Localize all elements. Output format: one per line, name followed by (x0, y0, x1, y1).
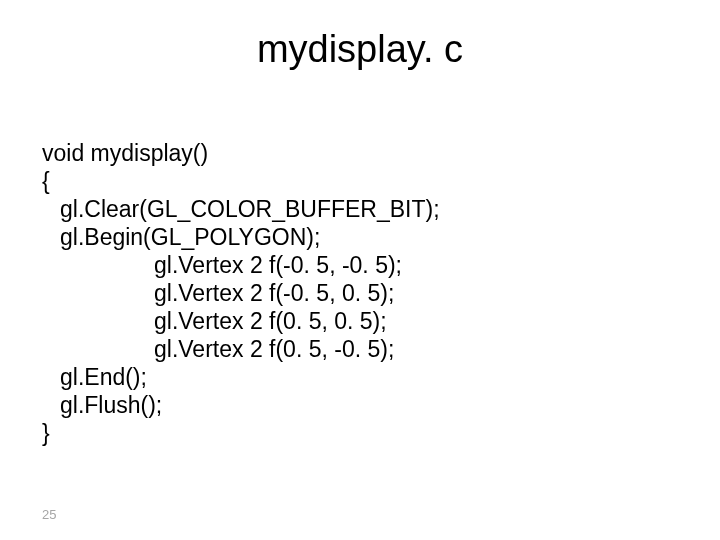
page-number: 25 (42, 507, 56, 522)
code-line-vertex-3: gl.Vertex 2 f(0. 5, 0. 5); (42, 307, 720, 335)
code-line-vertex-2: gl.Vertex 2 f(-0. 5, 0. 5); (42, 279, 720, 307)
code-line-open-brace: { (42, 167, 720, 195)
code-line-glclear: gl.Clear(GL_COLOR_BUFFER_BIT); (42, 195, 720, 223)
code-line-glflush: gl.Flush(); (42, 391, 720, 419)
code-line-func-decl: void mydisplay() (42, 139, 720, 167)
slide-title: mydisplay. c (0, 0, 720, 91)
code-line-vertex-1: gl.Vertex 2 f(-0. 5, -0. 5); (42, 251, 720, 279)
code-block: void mydisplay() { gl.Clear(GL_COLOR_BUF… (0, 91, 720, 448)
code-line-glend: gl.End(); (42, 363, 720, 391)
code-line-glbegin: gl.Begin(GL_POLYGON); (42, 223, 720, 251)
code-line-close-brace: } (42, 419, 720, 447)
code-line-vertex-4: gl.Vertex 2 f(0. 5, -0. 5); (42, 335, 720, 363)
